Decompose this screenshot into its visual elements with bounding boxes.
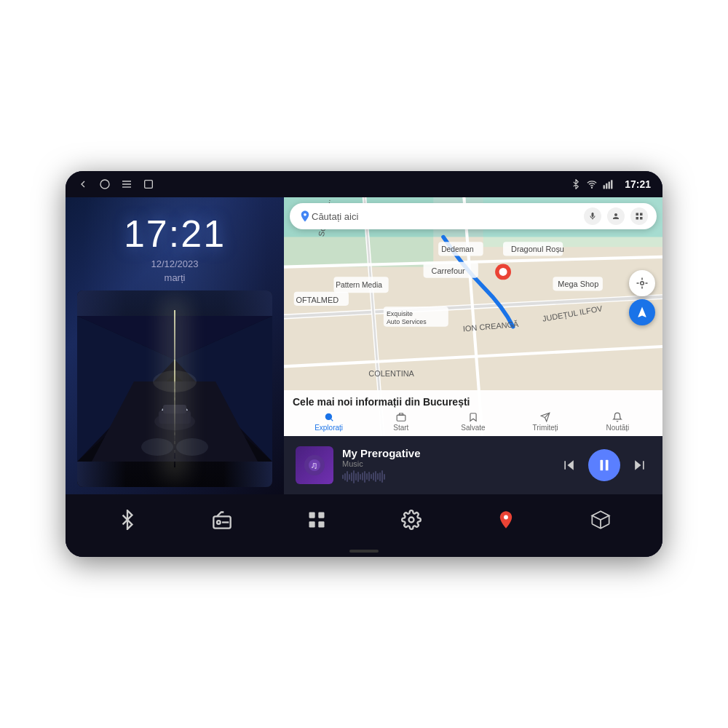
music-controls bbox=[558, 449, 651, 481]
svg-point-91 bbox=[504, 515, 508, 520]
svg-text:Carrefour: Carrefour bbox=[432, 266, 466, 275]
svg-rect-80 bbox=[606, 460, 609, 471]
map-navigate-btn[interactable] bbox=[629, 299, 655, 325]
svg-rect-89 bbox=[318, 521, 324, 527]
bottom-nav bbox=[66, 494, 662, 545]
svg-text:Mega Shop: Mega Shop bbox=[558, 280, 598, 288]
svg-rect-88 bbox=[309, 521, 315, 527]
svg-rect-6 bbox=[604, 185, 605, 189]
status-time: 17:21 bbox=[625, 178, 651, 190]
waveform-bar bbox=[355, 473, 357, 480]
svg-text:♫: ♫ bbox=[310, 459, 318, 471]
map-info-banner: Cele mai noi informații din București Ex… bbox=[284, 390, 662, 436]
nav-cube-btn[interactable] bbox=[582, 501, 620, 539]
car-display: 17:21 17:21 12/12/2023 marți bbox=[66, 171, 662, 557]
svg-text:Auto Services: Auto Services bbox=[387, 318, 427, 325]
bluetooth-status-icon bbox=[571, 179, 581, 189]
svg-point-68 bbox=[325, 414, 331, 420]
nav-radio-btn[interactable] bbox=[203, 501, 241, 539]
map-section[interactable]: Carrefour Dragonul Roșu Mega Shop OFTALM… bbox=[284, 197, 662, 436]
tab-explorați-label: Explorați bbox=[314, 424, 343, 432]
svg-line-69 bbox=[331, 419, 333, 422]
next-track-btn[interactable] bbox=[628, 454, 651, 477]
maps-pin-icon bbox=[298, 210, 312, 223]
svg-rect-70 bbox=[397, 415, 405, 421]
nav-apps-btn[interactable] bbox=[298, 501, 336, 539]
music-waveform bbox=[342, 470, 549, 484]
waveform-bar bbox=[349, 474, 350, 480]
svg-point-38 bbox=[499, 268, 507, 276]
status-bar: 17:21 bbox=[66, 171, 662, 197]
waveform-bar bbox=[357, 472, 359, 482]
waveform-bar bbox=[384, 474, 385, 480]
grid-btn[interactable] bbox=[630, 207, 648, 225]
svg-rect-7 bbox=[606, 183, 607, 189]
music-section: ♫ My Prerogative Music bbox=[284, 436, 662, 494]
map-tab-noutăți[interactable]: Noutăți bbox=[582, 412, 654, 432]
map-tab-explorați[interactable]: Explorați bbox=[293, 412, 365, 432]
waveform-bar bbox=[344, 473, 346, 480]
svg-point-63 bbox=[641, 282, 644, 285]
menu-icon[interactable] bbox=[121, 178, 132, 190]
map-info-title: Cele mai noi informații din București bbox=[293, 396, 654, 408]
svg-text:COLENTINA: COLENTINA bbox=[368, 369, 414, 378]
waveform-bar bbox=[373, 472, 374, 480]
wifi-status-icon bbox=[587, 179, 597, 189]
svg-marker-77 bbox=[568, 460, 574, 470]
svg-rect-61 bbox=[636, 217, 639, 220]
waveform-bar bbox=[362, 472, 363, 480]
svg-point-25 bbox=[176, 438, 208, 456]
nav-settings-btn[interactable] bbox=[392, 501, 430, 539]
waveform-bar bbox=[375, 471, 376, 482]
map-info-tabs: Explorați Start Salvate bbox=[293, 412, 654, 432]
map-tab-start[interactable]: Start bbox=[365, 412, 437, 432]
waveform-bar bbox=[342, 475, 344, 479]
car-scene bbox=[77, 290, 272, 487]
svg-text:Exquisite: Exquisite bbox=[387, 310, 413, 317]
road-svg bbox=[77, 290, 272, 487]
clock-date: 12/12/2023 bbox=[151, 258, 198, 269]
waveform-bar bbox=[360, 474, 361, 480]
back-icon[interactable] bbox=[77, 178, 89, 190]
map-tab-trimiteți[interactable]: Trimiteți bbox=[510, 412, 582, 432]
svg-rect-59 bbox=[636, 213, 639, 216]
map-search-bar[interactable]: Căutați aici bbox=[290, 203, 657, 229]
nav-maps-btn[interactable] bbox=[487, 501, 525, 539]
svg-point-90 bbox=[409, 518, 414, 523]
waveform-bar bbox=[364, 471, 365, 483]
nav-bluetooth-btn[interactable] bbox=[108, 501, 146, 539]
waveform-bar bbox=[371, 474, 372, 479]
waveform-bar bbox=[351, 472, 352, 481]
svg-point-5 bbox=[592, 187, 593, 188]
recents-icon[interactable] bbox=[143, 178, 154, 190]
tab-salvate-label: Salvate bbox=[461, 424, 485, 432]
map-tab-salvate[interactable]: Salvate bbox=[437, 412, 509, 432]
svg-text:Dedeman: Dedeman bbox=[441, 245, 474, 253]
music-info: My Prerogative Music bbox=[342, 447, 549, 484]
prev-track-btn[interactable] bbox=[558, 454, 581, 477]
svg-point-0 bbox=[100, 180, 109, 189]
clock-day: marți bbox=[165, 272, 186, 283]
album-art: ♫ bbox=[296, 446, 333, 484]
svg-rect-9 bbox=[611, 180, 612, 189]
play-pause-btn[interactable] bbox=[588, 449, 620, 481]
map-target-btn[interactable] bbox=[629, 270, 655, 296]
home-icon[interactable] bbox=[99, 178, 111, 190]
svg-rect-4 bbox=[145, 181, 153, 189]
music-title: My Prerogative bbox=[342, 447, 549, 459]
svg-point-17 bbox=[153, 371, 197, 392]
waveform-bar bbox=[381, 470, 383, 483]
user-btn[interactable] bbox=[607, 207, 625, 225]
left-panel: 17:21 12/12/2023 marți bbox=[66, 197, 284, 494]
tab-start-label: Start bbox=[393, 424, 408, 432]
waveform-bar bbox=[379, 472, 381, 481]
tab-trimiteți-label: Trimiteți bbox=[533, 424, 558, 432]
mic-btn[interactable] bbox=[584, 207, 601, 225]
map-search-text: Căutați aici bbox=[312, 211, 584, 222]
waveform-bar bbox=[347, 471, 348, 482]
tunnel-road bbox=[77, 290, 272, 487]
waveform-bar bbox=[366, 473, 368, 480]
svg-point-24 bbox=[141, 438, 173, 456]
svg-marker-81 bbox=[635, 460, 641, 470]
map-search-icons bbox=[584, 207, 648, 225]
